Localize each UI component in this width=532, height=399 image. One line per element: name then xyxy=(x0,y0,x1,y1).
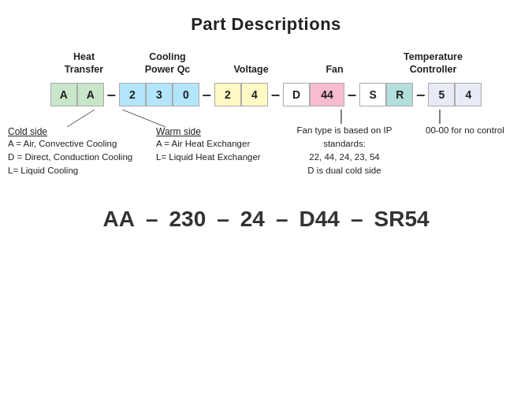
example-230: 230 xyxy=(169,207,206,232)
box-d: D xyxy=(283,83,310,106)
header-cooling-power: CoolingPower Qc xyxy=(127,50,209,76)
fan-line1: Fan type is based on IP xyxy=(293,124,396,137)
box-r: R xyxy=(386,83,413,106)
example-dash4: – xyxy=(340,207,374,232)
warm-side-line1: A = Air Heat Exchanger xyxy=(156,137,261,151)
box-3: 3 xyxy=(146,83,173,106)
warm-side-line2: L= Liquid Heat Exchanger xyxy=(156,151,261,164)
page: Part Descriptions Heat Transfer CoolingP… xyxy=(0,0,532,399)
diagram: Heat Transfer CoolingPower Qc Voltage Fa… xyxy=(0,50,532,232)
temp-line1: 00-00 for no control xyxy=(426,124,504,137)
ann-warm-side: Warm side A = Air Heat Exchanger L= Liqu… xyxy=(156,125,261,165)
page-title: Part Descriptions xyxy=(0,0,532,35)
svg-line-0 xyxy=(67,110,95,127)
example-dash3: – xyxy=(265,207,299,232)
dash-3: – xyxy=(268,85,283,103)
boxes-row: A A – 2 3 0 – 2 4 – D 44 – S R – 5 4 xyxy=(0,83,532,106)
dash-1: – xyxy=(104,85,119,103)
dash-2: – xyxy=(199,85,214,103)
svg-line-1 xyxy=(122,110,166,127)
cold-side-line2: D = Direct, Conduction Cooling xyxy=(8,151,132,164)
cold-side-line3: L= Liquid Cooling xyxy=(8,164,132,177)
fan-line4: D is dual cold side xyxy=(293,164,396,177)
ann-cold-side: Cold side A = Air, Convective Cooling D … xyxy=(8,125,132,178)
box-5: 5 xyxy=(428,83,455,106)
example-sr54: SR54 xyxy=(374,207,429,232)
header-heat-transfer: Heat Transfer xyxy=(56,50,113,76)
example-d44: D44 xyxy=(299,207,340,232)
box-0: 0 xyxy=(173,83,199,106)
dash-4: – xyxy=(344,85,359,103)
fan-line3: 22, 44, 24, 23, 54 xyxy=(293,151,396,164)
header-temp-controller: TemperatureController xyxy=(390,50,477,76)
cold-side-line1: A = Air, Convective Cooling xyxy=(8,137,132,151)
box-44: 44 xyxy=(310,83,344,106)
ann-temp: 00-00 for no control xyxy=(426,124,504,137)
example-aa: AA xyxy=(102,207,134,232)
warm-side-label: Warm side xyxy=(156,126,201,137)
ann-fan: Fan type is based on IP standards: 22, 4… xyxy=(293,124,396,178)
header-voltage: Voltage xyxy=(223,63,280,76)
box-s: S xyxy=(359,83,386,106)
box-4b: 4 xyxy=(455,83,482,106)
fan-line2: standards: xyxy=(293,137,396,151)
annotations-area: Cold side A = Air, Convective Cooling D … xyxy=(0,110,532,200)
box-v4: 4 xyxy=(241,83,268,106)
example-24: 24 xyxy=(240,207,265,232)
example-dash1: – xyxy=(135,207,169,232)
box-v2: 2 xyxy=(214,83,241,106)
header-fan: Fan xyxy=(294,63,376,76)
dash-5: – xyxy=(413,85,428,103)
cold-side-label: Cold side xyxy=(8,126,47,137)
example-dash2: – xyxy=(206,207,240,232)
box-2: 2 xyxy=(119,83,146,106)
box-a2: A xyxy=(77,83,104,106)
box-a1: A xyxy=(50,83,77,106)
example-row: AA – 230 – 24 – D44 – SR54 xyxy=(0,207,532,232)
